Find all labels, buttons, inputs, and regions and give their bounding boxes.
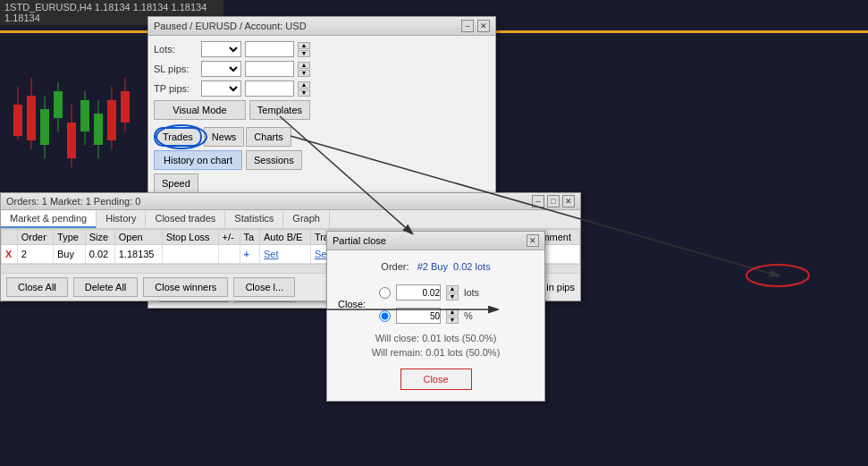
partial-close-dialog: Partial close ✕ Order: #2 Buy 0.02 lots … bbox=[326, 231, 545, 402]
svg-rect-7 bbox=[54, 91, 63, 118]
pct-radio[interactable] bbox=[379, 310, 391, 322]
visual-mode-button[interactable]: Visual Mode bbox=[154, 100, 246, 120]
lots-spinner: ▲ ▼ bbox=[298, 42, 310, 57]
close-losers-btn[interactable]: Close l... bbox=[233, 277, 295, 297]
svg-rect-17 bbox=[121, 91, 130, 123]
lots-down[interactable]: ▼ bbox=[298, 50, 310, 57]
close-button[interactable]: ✕ bbox=[477, 20, 490, 32]
sl-pips-row: SL pips: 0 ▲ ▼ bbox=[154, 61, 310, 77]
order-plusminus-cell bbox=[218, 245, 240, 264]
col-x bbox=[2, 230, 18, 245]
partial-order-number: #2 Buy 0.02 lots bbox=[417, 261, 491, 272]
lots-spin-down[interactable]: ▼ bbox=[446, 293, 459, 301]
tp-pips-row: TP pips: 0 ▲ ▼ bbox=[154, 80, 310, 97]
radio-group: ▲ ▼ lots ▲ ▼ % bbox=[379, 284, 479, 324]
lots-spin-up[interactable]: ▲ bbox=[446, 285, 459, 292]
close-winners-btn[interactable]: Close winners bbox=[143, 277, 228, 297]
close-inputs-row: Close: ▲ ▼ lots ▲ ▼ bbox=[338, 284, 534, 324]
lots-value-input[interactable] bbox=[396, 284, 441, 301]
speed-row: Speed bbox=[154, 174, 310, 193]
lots-up[interactable]: ▲ bbox=[298, 42, 310, 49]
will-remain-display: Will remain: 0.01 lots (50.0%) bbox=[338, 347, 534, 358]
partial-close-button[interactable]: Close bbox=[400, 369, 472, 390]
tab-market-pending[interactable]: Market & pending bbox=[1, 210, 97, 228]
close-order-btn[interactable]: X bbox=[5, 249, 12, 259]
order-ta-cell: + bbox=[240, 245, 259, 264]
lots-input-spinner: ▲ ▼ bbox=[446, 285, 459, 301]
tp-pips-label: TP pips: bbox=[154, 83, 198, 94]
pct-spin-down[interactable]: ▼ bbox=[446, 317, 459, 324]
order-size-cell: 0.02 bbox=[85, 245, 114, 264]
lots-select[interactable] bbox=[201, 41, 241, 57]
templates-button[interactable]: Templates bbox=[249, 100, 310, 120]
trades-tab[interactable]: Trades bbox=[154, 127, 202, 147]
partial-dialog-close-btn[interactable]: ✕ bbox=[527, 234, 539, 247]
trading-dialog-title: Paused / EURUSD / Account: USD bbox=[154, 21, 307, 31]
svg-rect-15 bbox=[107, 100, 116, 140]
partial-order-info: Order: #2 Buy 0.02 lots bbox=[338, 261, 534, 272]
svg-rect-5 bbox=[40, 109, 49, 145]
orders-close-btn[interactable]: ✕ bbox=[562, 195, 575, 208]
orders-maximize-btn[interactable]: □ bbox=[547, 195, 560, 208]
order-open-cell: 1.18135 bbox=[114, 245, 162, 264]
tp-pips-up[interactable]: ▲ bbox=[298, 81, 310, 89]
trading-dialog-buttons: – ✕ bbox=[461, 20, 490, 32]
tp-pips-input[interactable]: 0 bbox=[245, 80, 294, 97]
svg-rect-11 bbox=[80, 100, 89, 131]
tp-pips-select[interactable] bbox=[201, 80, 241, 97]
close-all-orders-btn[interactable]: Close All bbox=[6, 277, 68, 297]
order-type-cell: Buy bbox=[54, 245, 86, 264]
col-type: Type bbox=[54, 230, 86, 245]
lots-input[interactable]: 0.02 bbox=[245, 41, 294, 57]
tab-graph[interactable]: Graph bbox=[283, 210, 330, 228]
pct-unit: % bbox=[464, 310, 473, 321]
lots-row: Lots: 0.02 ▲ ▼ bbox=[154, 41, 310, 57]
sl-pips-down[interactable]: ▼ bbox=[298, 70, 310, 77]
sl-pips-select[interactable] bbox=[201, 61, 241, 77]
col-size: Size bbox=[85, 230, 114, 245]
col-open: Open bbox=[114, 230, 162, 245]
minimize-button[interactable]: – bbox=[461, 20, 474, 32]
pct-spin-up[interactable]: ▲ bbox=[446, 309, 459, 316]
delete-all-btn[interactable]: Delete All bbox=[73, 277, 138, 297]
sl-pips-label: SL pips: bbox=[154, 64, 198, 74]
tab-history[interactable]: History bbox=[97, 210, 146, 228]
mode-tabs-row: Trades News Charts bbox=[154, 127, 310, 147]
speed-button[interactable]: Speed bbox=[154, 174, 198, 193]
col-plusminus: +/- bbox=[218, 230, 240, 245]
lots-label: Lots: bbox=[154, 44, 198, 55]
order-num-cell: 2 bbox=[17, 245, 53, 264]
sessions-button[interactable]: Sessions bbox=[246, 150, 302, 170]
tab-closed-trades[interactable]: Closed trades bbox=[146, 210, 225, 228]
sl-pips-up[interactable]: ▲ bbox=[298, 62, 310, 69]
will-close-display: Will close: 0.01 lots (50.0%) bbox=[338, 333, 534, 343]
lots-radio[interactable] bbox=[379, 287, 391, 299]
history-on-chart-button[interactable]: History on chart bbox=[154, 150, 242, 170]
lots-radio-item: ▲ ▼ lots bbox=[379, 284, 479, 301]
news-tab[interactable]: News bbox=[204, 127, 245, 147]
order-stoploss-cell bbox=[162, 245, 218, 264]
trading-dialog-titlebar[interactable]: Paused / EURUSD / Account: USD – ✕ bbox=[148, 17, 495, 36]
tp-pips-down[interactable]: ▼ bbox=[298, 89, 310, 97]
close-input-label: Close: bbox=[338, 299, 374, 309]
partial-dialog-titlebar: Partial close ✕ bbox=[327, 232, 544, 250]
orders-minimize-btn[interactable]: – bbox=[532, 195, 544, 208]
svg-rect-3 bbox=[27, 96, 36, 140]
pct-radio-item: ▲ ▼ % bbox=[379, 308, 479, 324]
partial-dialog-title: Partial close bbox=[333, 235, 386, 246]
pct-value-input[interactable] bbox=[396, 308, 441, 324]
col-ta: Ta bbox=[240, 230, 259, 245]
orders-titlebar: Orders: 1 Market: 1 Pending: 0 – □ ✕ bbox=[1, 193, 580, 210]
svg-rect-13 bbox=[94, 114, 103, 145]
tab-statistics[interactable]: Statistics bbox=[225, 210, 283, 228]
add-button[interactable]: + bbox=[244, 249, 249, 259]
sl-pips-input[interactable]: 0 bbox=[245, 61, 294, 77]
lots-unit: lots bbox=[464, 287, 479, 298]
col-autobe: Auto B/E bbox=[259, 230, 310, 245]
dialog-left-panel: Lots: 0.02 ▲ ▼ SL pips: 0 ▲ ▼ TP pips: bbox=[154, 41, 310, 197]
col-order: Order bbox=[17, 230, 53, 245]
svg-rect-9 bbox=[67, 123, 76, 158]
partial-dialog-body: Order: #2 Buy 0.02 lots Close: ▲ ▼ lots bbox=[327, 250, 544, 401]
charts-tab[interactable]: Charts bbox=[246, 127, 291, 147]
autobe-set-link[interactable]: Set bbox=[264, 249, 279, 259]
